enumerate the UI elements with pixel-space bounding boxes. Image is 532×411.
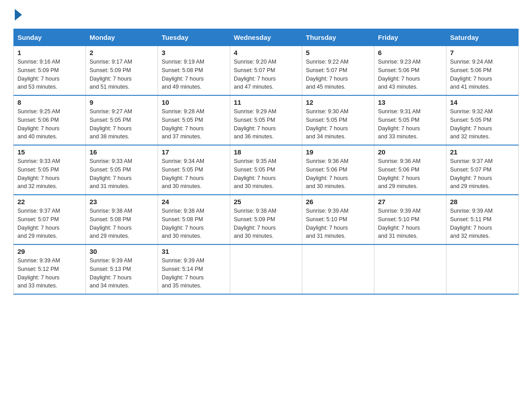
calendar-cell: 7 Sunrise: 9:24 AM Sunset: 5:06 PM Dayli… (446, 46, 519, 96)
day-number: 30 (90, 248, 154, 255)
calendar-cell: 4 Sunrise: 9:20 AM Sunset: 5:07 PM Dayli… (230, 46, 302, 96)
day-info: Sunrise: 9:39 AM Sunset: 5:10 PM Dayligh… (306, 208, 348, 239)
calendar-cell: 19 Sunrise: 9:36 AM Sunset: 5:06 PM Dayl… (302, 145, 374, 195)
day-number: 9 (90, 98, 154, 106)
day-number: 31 (162, 248, 226, 255)
calendar-cell: 8 Sunrise: 9:25 AM Sunset: 5:06 PM Dayli… (14, 95, 86, 145)
calendar-cell: 2 Sunrise: 9:17 AM Sunset: 5:09 PM Dayli… (86, 46, 158, 96)
calendar-cell (302, 244, 374, 294)
day-info: Sunrise: 9:36 AM Sunset: 5:06 PM Dayligh… (378, 158, 420, 189)
day-info: Sunrise: 9:38 AM Sunset: 5:08 PM Dayligh… (162, 208, 204, 239)
calendar-week-row: 22 Sunrise: 9:37 AM Sunset: 5:07 PM Dayl… (14, 195, 519, 244)
day-header-monday: Monday (86, 29, 158, 46)
day-number: 14 (450, 98, 515, 106)
day-header-saturday: Saturday (446, 29, 519, 46)
calendar-cell: 16 Sunrise: 9:33 AM Sunset: 5:05 PM Dayl… (86, 145, 158, 195)
day-info: Sunrise: 9:19 AM Sunset: 5:08 PM Dayligh… (162, 59, 204, 90)
calendar-cell: 28 Sunrise: 9:39 AM Sunset: 5:11 PM Dayl… (446, 195, 519, 244)
calendar-cell: 10 Sunrise: 9:28 AM Sunset: 5:05 PM Dayl… (158, 95, 230, 145)
day-number: 16 (90, 148, 154, 156)
calendar-cell: 23 Sunrise: 9:38 AM Sunset: 5:08 PM Dayl… (86, 195, 158, 244)
day-info: Sunrise: 9:34 AM Sunset: 5:05 PM Dayligh… (162, 158, 204, 189)
day-number: 19 (306, 148, 370, 156)
day-info: Sunrise: 9:16 AM Sunset: 5:09 PM Dayligh… (17, 59, 60, 90)
day-info: Sunrise: 9:36 AM Sunset: 5:06 PM Dayligh… (306, 158, 348, 189)
day-number: 7 (450, 49, 515, 56)
day-info: Sunrise: 9:35 AM Sunset: 5:05 PM Dayligh… (234, 158, 276, 189)
calendar-cell: 27 Sunrise: 9:39 AM Sunset: 5:10 PM Dayl… (374, 195, 446, 244)
day-info: Sunrise: 9:24 AM Sunset: 5:06 PM Dayligh… (450, 59, 493, 90)
day-info: Sunrise: 9:22 AM Sunset: 5:07 PM Dayligh… (306, 59, 348, 90)
day-info: Sunrise: 9:31 AM Sunset: 5:05 PM Dayligh… (378, 108, 420, 140)
calendar-header-row: SundayMondayTuesdayWednesdayThursdayFrid… (14, 29, 519, 46)
calendar-cell: 18 Sunrise: 9:35 AM Sunset: 5:05 PM Dayl… (230, 145, 302, 195)
calendar-cell: 1 Sunrise: 9:16 AM Sunset: 5:09 PM Dayli… (14, 46, 86, 96)
day-number: 20 (378, 148, 442, 156)
logo (13, 9, 22, 21)
day-info: Sunrise: 9:37 AM Sunset: 5:07 PM Dayligh… (17, 208, 60, 239)
calendar-cell: 12 Sunrise: 9:30 AM Sunset: 5:05 PM Dayl… (302, 95, 374, 145)
day-number: 29 (17, 248, 82, 255)
day-number: 10 (162, 98, 226, 106)
day-header-tuesday: Tuesday (158, 29, 230, 46)
calendar-cell: 25 Sunrise: 9:38 AM Sunset: 5:09 PM Dayl… (230, 195, 302, 244)
logo-arrow-icon (15, 9, 22, 21)
calendar-week-row: 1 Sunrise: 9:16 AM Sunset: 5:09 PM Dayli… (14, 46, 519, 96)
day-info: Sunrise: 9:39 AM Sunset: 5:12 PM Dayligh… (17, 257, 60, 289)
calendar-cell: 29 Sunrise: 9:39 AM Sunset: 5:12 PM Dayl… (14, 244, 86, 294)
day-info: Sunrise: 9:25 AM Sunset: 5:06 PM Dayligh… (17, 108, 60, 140)
day-info: Sunrise: 9:38 AM Sunset: 5:09 PM Dayligh… (234, 208, 276, 239)
calendar-cell: 9 Sunrise: 9:27 AM Sunset: 5:05 PM Dayli… (86, 95, 158, 145)
day-number: 4 (234, 49, 298, 56)
day-info: Sunrise: 9:29 AM Sunset: 5:05 PM Dayligh… (234, 108, 276, 140)
calendar-cell: 6 Sunrise: 9:23 AM Sunset: 5:06 PM Dayli… (374, 46, 446, 96)
day-number: 1 (17, 49, 82, 56)
day-header-wednesday: Wednesday (230, 29, 302, 46)
day-header-sunday: Sunday (14, 29, 86, 46)
calendar-cell: 14 Sunrise: 9:32 AM Sunset: 5:05 PM Dayl… (446, 95, 519, 145)
calendar-cell: 24 Sunrise: 9:38 AM Sunset: 5:08 PM Dayl… (158, 195, 230, 244)
day-info: Sunrise: 9:30 AM Sunset: 5:05 PM Dayligh… (306, 108, 348, 140)
calendar-cell (374, 244, 446, 294)
calendar-cell: 11 Sunrise: 9:29 AM Sunset: 5:05 PM Dayl… (230, 95, 302, 145)
page-header (13, 9, 519, 21)
day-info: Sunrise: 9:33 AM Sunset: 5:05 PM Dayligh… (17, 158, 60, 189)
day-number: 23 (90, 198, 154, 206)
day-info: Sunrise: 9:32 AM Sunset: 5:05 PM Dayligh… (450, 108, 493, 140)
day-info: Sunrise: 9:23 AM Sunset: 5:06 PM Dayligh… (378, 59, 420, 90)
calendar-cell: 17 Sunrise: 9:34 AM Sunset: 5:05 PM Dayl… (158, 145, 230, 195)
calendar-table: SundayMondayTuesdayWednesdayThursdayFrid… (13, 29, 519, 295)
calendar-body: 1 Sunrise: 9:16 AM Sunset: 5:09 PM Dayli… (14, 46, 519, 295)
calendar-cell: 15 Sunrise: 9:33 AM Sunset: 5:05 PM Dayl… (14, 145, 86, 195)
day-info: Sunrise: 9:28 AM Sunset: 5:05 PM Dayligh… (162, 108, 204, 140)
day-number: 26 (306, 198, 370, 206)
day-info: Sunrise: 9:33 AM Sunset: 5:05 PM Dayligh… (90, 158, 132, 189)
calendar-cell: 26 Sunrise: 9:39 AM Sunset: 5:10 PM Dayl… (302, 195, 374, 244)
calendar-week-row: 29 Sunrise: 9:39 AM Sunset: 5:12 PM Dayl… (14, 244, 519, 294)
day-number: 3 (162, 49, 226, 56)
day-header-thursday: Thursday (302, 29, 374, 46)
day-info: Sunrise: 9:20 AM Sunset: 5:07 PM Dayligh… (234, 59, 276, 90)
day-info: Sunrise: 9:27 AM Sunset: 5:05 PM Dayligh… (90, 108, 132, 140)
day-info: Sunrise: 9:38 AM Sunset: 5:08 PM Dayligh… (90, 208, 132, 239)
day-number: 6 (378, 49, 442, 56)
day-info: Sunrise: 9:17 AM Sunset: 5:09 PM Dayligh… (90, 59, 132, 90)
calendar-cell: 22 Sunrise: 9:37 AM Sunset: 5:07 PM Dayl… (14, 195, 86, 244)
day-number: 27 (378, 198, 442, 206)
day-number: 28 (450, 198, 515, 206)
day-info: Sunrise: 9:37 AM Sunset: 5:07 PM Dayligh… (450, 158, 493, 189)
calendar-cell: 21 Sunrise: 9:37 AM Sunset: 5:07 PM Dayl… (446, 145, 519, 195)
calendar-week-row: 8 Sunrise: 9:25 AM Sunset: 5:06 PM Dayli… (14, 95, 519, 145)
day-info: Sunrise: 9:39 AM Sunset: 5:10 PM Dayligh… (378, 208, 420, 239)
calendar-cell: 20 Sunrise: 9:36 AM Sunset: 5:06 PM Dayl… (374, 145, 446, 195)
day-number: 12 (306, 98, 370, 106)
day-number: 2 (90, 49, 154, 56)
day-number: 25 (234, 198, 298, 206)
calendar-cell: 31 Sunrise: 9:39 AM Sunset: 5:14 PM Dayl… (158, 244, 230, 294)
calendar-cell: 3 Sunrise: 9:19 AM Sunset: 5:08 PM Dayli… (158, 46, 230, 96)
day-number: 8 (17, 98, 82, 106)
day-number: 21 (450, 148, 515, 156)
day-number: 11 (234, 98, 298, 106)
day-number: 18 (234, 148, 298, 156)
day-header-friday: Friday (374, 29, 446, 46)
